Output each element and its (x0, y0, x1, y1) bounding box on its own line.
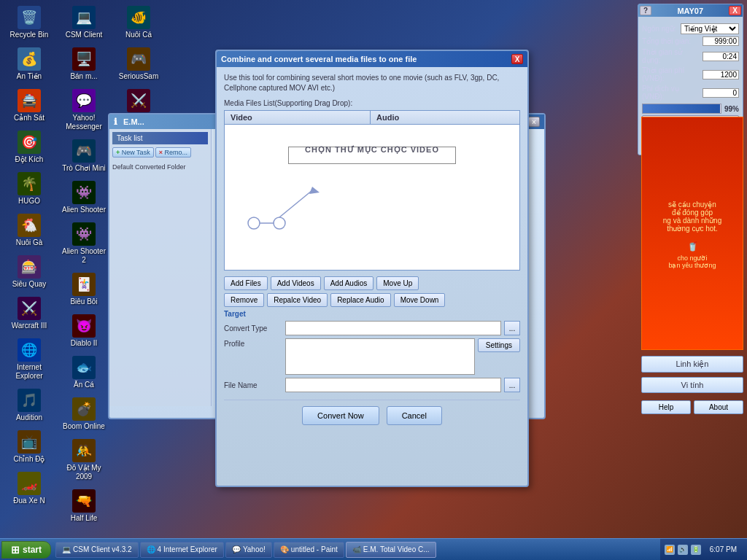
may07-question-btn[interactable]: ? (640, 6, 651, 15)
alien-shooter-icon: 👾 (72, 181, 96, 204)
remove-task-icon: × (159, 149, 163, 156)
bieu-boi-icon: 🃏 (72, 273, 96, 296)
systray: 📶 🔊 🔋 6:07 PM (660, 539, 747, 560)
right-side-buttons: Linh kiện Vi tính Help About (641, 356, 743, 414)
desktop-icon-boom[interactable]: 💣 Boom Online (58, 395, 109, 433)
svg-point-1 (274, 217, 285, 229)
dialog-close-button[interactable]: X (511, 54, 523, 64)
desktop-icon-nuoi-ga[interactable]: 🐔 Nuôi Gà (4, 211, 55, 249)
desktop-icon-alien-shooter2[interactable]: 👾 Alien Shooter 2 (58, 220, 109, 267)
progress-bar-outer (642, 104, 721, 114)
convert-type-browse-button[interactable]: ... (504, 321, 520, 335)
systray-icon-1[interactable]: 📶 (665, 545, 675, 555)
vi-tinh-button[interactable]: Vi tính (641, 377, 743, 393)
an-tien-icon: 💰 (18, 47, 41, 71)
desktop-icon-ie[interactable]: 🌐 Internet Explorer (4, 336, 55, 383)
systray-icon-2[interactable]: 🔊 (678, 545, 688, 555)
move-up-button[interactable]: Move Up (376, 276, 419, 290)
may07-close-btn[interactable]: X (729, 6, 741, 15)
desktop-icon-yahoo[interactable]: 💬 Yahoo! Messenger (58, 87, 109, 133)
replace-video-button[interactable]: Repalce Video (267, 293, 328, 307)
ad-text-1: sẽ cầu chuyệnđể đóng gópng và dành những… (660, 198, 725, 236)
linh-kien-button[interactable]: Linh kiện (641, 356, 743, 373)
thoi-gian-su-dung-input[interactable] (703, 52, 739, 61)
desktop-icon-half-life[interactable]: 🔫 Half Life (58, 487, 109, 525)
file-name-input[interactable] (285, 378, 501, 392)
new-task-button[interactable]: + New Task (112, 147, 154, 158)
ngon-ngu-row: Ngôn ngữ: Tiếng Việt (642, 23, 739, 34)
convert-now-button[interactable]: Convert Now (302, 406, 379, 425)
task-buttons: + New Task × Remo... (112, 147, 208, 158)
remove-task-button[interactable]: × Remo... (155, 147, 191, 158)
profile-textarea[interactable] (285, 338, 475, 375)
audition-icon: 🎵 (18, 389, 41, 412)
replace-audio-button[interactable]: Replace Audio (330, 293, 391, 307)
svg-marker-4 (309, 187, 320, 194)
em-title-label: E.M... (123, 117, 144, 126)
alien-shooter2-icon: 👾 (72, 222, 96, 246)
desktop-icon-warcraft[interactable]: ⚔️ Warcraft III (4, 295, 55, 332)
add-files-button[interactable]: Add Files (224, 276, 268, 290)
an-ca-icon: 🐟 (72, 356, 96, 379)
desktop-icon-an-ca[interactable]: 🐟 Ăn Cá (58, 354, 109, 392)
about-button[interactable]: About (694, 400, 743, 414)
desktop-icon-recycle-bin[interactable]: 🗑️ Recycle Bin (4, 4, 55, 42)
profile-label: Profile (224, 340, 282, 348)
convert-type-input[interactable] (285, 321, 501, 335)
desktop-icon-chinh-do[interactable]: 📺 Chỉnh Độ (4, 428, 55, 466)
desktop-icon-hugo[interactable]: 🌴 HUGO (4, 170, 55, 208)
progress-label: 99% (724, 105, 739, 113)
phi-dich-vu-input[interactable] (703, 88, 739, 98)
add-audios-button[interactable]: Add Audios (324, 276, 374, 290)
ie-icon: 🌐 (18, 338, 41, 362)
arrow-graphic (239, 179, 334, 238)
desktop-icon-canh-sat[interactable]: 🚔 Cảnh Sát (4, 87, 55, 125)
settings-button[interactable]: Settings (478, 338, 520, 352)
desktop-icon-audition[interactable]: 🎵 Audition (4, 386, 55, 424)
taskbar-yahoo[interactable]: 💬 Yahoo! (225, 542, 272, 558)
task-list-header: Task list (112, 132, 208, 144)
taskbar-paint[interactable]: 🎨 untitled - Paint (274, 542, 344, 558)
yahoo-taskbar-icon: 💬 (232, 545, 241, 553)
gia-phan-input[interactable] (703, 70, 739, 79)
desktop-icon-tro-choi[interactable]: 🎮 Trò Chơi Mini (58, 137, 109, 175)
desktop-icon-an-tien[interactable]: 💰 An Tiền (4, 45, 55, 83)
desktop-icon-alien-shooter[interactable]: 👾 Alien Shooter (58, 179, 109, 217)
svg-point-0 (248, 217, 260, 229)
taskbar-ie[interactable]: 🌐 4 Internet Explorer (140, 542, 224, 558)
systray-icon-3[interactable]: 🔋 (691, 545, 701, 555)
desktop-icon-do-vat[interactable]: 🤼 Đô Vật My 2009 (58, 437, 109, 483)
desktop-icon-diablo[interactable]: 😈 Diablo II (58, 312, 109, 350)
desktop-icon-csm[interactable]: 💻 CSM Client (58, 4, 109, 42)
desktop-icon-bieu-boi[interactable]: 🃏 Biêu Bôi (58, 271, 109, 308)
desktop-icon-sieu-quay[interactable]: 🎰 Siêu Quay (4, 253, 55, 291)
taskbar-emtv[interactable]: 📹 E.M. Total Video C... (346, 542, 436, 558)
dialog-info-text: Use this tool for combining several shor… (224, 73, 520, 93)
desktop-icon-serioussam[interactable]: 🎮 SeriousSam (113, 45, 164, 83)
desktop-icon-ban-may1[interactable]: 🖥️ Bán m... (58, 45, 109, 83)
media-list-content: CHỌN THƯ MỤC CHỌC VIDEO (225, 125, 519, 252)
desktop-icon-nuoi-ca[interactable]: 🐠 Nuôi Cá (113, 4, 164, 42)
start-button[interactable]: ⊞ start (1, 541, 51, 559)
desktop-icon-dot-kich[interactable]: 🎯 Đột Kích (4, 128, 55, 166)
boom-icon: 💣 (72, 397, 96, 421)
add-videos-button[interactable]: Add Videos (271, 276, 321, 290)
chon-thu-muc-input[interactable] (288, 147, 456, 164)
cancel-button[interactable]: Cancel (387, 406, 442, 425)
do-vat-icon: 🤼 (72, 439, 96, 462)
tong-thoi-gian-input[interactable] (703, 36, 739, 46)
ad-banner[interactable]: sẽ cầu chuyệnđể đóng gópng và dành những… (641, 117, 743, 350)
taskbar-csm[interactable]: 💻 CSM Client v4.3.2 (55, 542, 139, 558)
desktop-icon-dua-xe[interactable]: 🏎️ Đua Xe N (4, 470, 55, 508)
default-folder-label: Default Converted Folder (112, 163, 208, 171)
help-button[interactable]: Help (641, 400, 691, 414)
remove-button[interactable]: Remove (224, 293, 264, 307)
profile-settings-row: Profile Settings (224, 338, 520, 375)
move-down-button[interactable]: Move Down (394, 293, 446, 307)
ban-may1-icon: 🖥️ (72, 47, 96, 71)
em-close-btn[interactable]: × (528, 117, 540, 127)
file-name-browse-button[interactable]: ... (504, 378, 520, 392)
ngon-ngu-select[interactable]: Tiếng Việt (681, 23, 739, 34)
dot-kich-icon: 🎯 (18, 131, 41, 154)
media-list-header: Video Audio (225, 111, 519, 125)
